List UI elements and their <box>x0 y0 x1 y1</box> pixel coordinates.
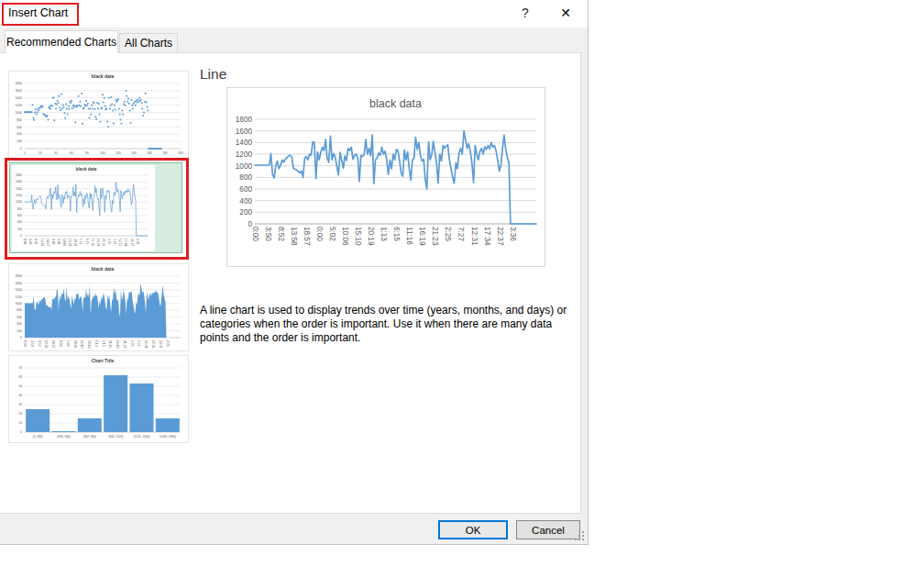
svg-text:12:31: 12:31 <box>118 239 122 246</box>
screen: Insert Chart ? ✕ Recommended Charts All … <box>0 0 924 578</box>
svg-text:black data: black data <box>369 97 422 110</box>
svg-text:600: 600 <box>16 316 22 319</box>
svg-text:3:50: 3:50 <box>28 239 32 244</box>
svg-text:1600: 1600 <box>15 282 22 285</box>
svg-text:3:50: 3:50 <box>264 227 272 241</box>
svg-text:3:36: 3:36 <box>166 340 170 347</box>
svg-text:0:00: 0:00 <box>23 239 27 244</box>
svg-text:600: 600 <box>16 126 22 129</box>
svg-text:400: 400 <box>17 220 23 224</box>
svg-text:7:27: 7:27 <box>456 227 465 241</box>
svg-text:1600: 1600 <box>15 89 22 93</box>
svg-text:17:34: 17:34 <box>483 227 491 246</box>
thumbnail-scatter-chart[interactable]: 020040060080010001200140016001800black d… <box>8 71 189 159</box>
resize-grip-icon[interactable] <box>575 531 585 541</box>
svg-text:3:36: 3:36 <box>136 239 139 244</box>
line-chart-preview: 020040060080010001200140016001800black d… <box>227 88 544 266</box>
svg-text:5:02: 5:02 <box>57 239 60 244</box>
svg-text:12:31: 12:31 <box>144 340 148 349</box>
svg-text:1:13: 1:13 <box>94 340 98 347</box>
svg-text:1400: 1400 <box>236 139 253 147</box>
ok-button[interactable]: OK <box>438 520 508 539</box>
svg-text:1800: 1800 <box>15 82 22 85</box>
svg-text:2:25: 2:25 <box>444 227 452 241</box>
svg-text:10:06: 10:06 <box>62 239 66 246</box>
svg-text:13:58: 13:58 <box>44 340 48 349</box>
svg-text:10:06: 10:06 <box>341 227 349 246</box>
svg-text:1:13: 1:13 <box>79 239 82 244</box>
svg-text:0: 0 <box>20 336 22 339</box>
svg-text:(560, 840]: (560, 840] <box>83 435 96 439</box>
svg-text:400: 400 <box>239 197 252 206</box>
svg-text:20:19: 20:19 <box>87 340 91 349</box>
svg-text:1800: 1800 <box>236 116 253 124</box>
svg-text:1400: 1400 <box>15 288 22 292</box>
area-chart-thumbnail: 020040060080010001200140016001800black d… <box>9 264 188 350</box>
annotation-title-red-box <box>2 3 79 26</box>
svg-text:100: 100 <box>100 151 105 155</box>
help-icon[interactable]: ? <box>516 4 534 22</box>
svg-text:6:15: 6:15 <box>85 239 89 244</box>
svg-text:8:52: 8:52 <box>277 227 285 241</box>
svg-text:20:19: 20:19 <box>73 239 77 246</box>
line-thumbnail-surface: 020040060080010001200140016001800black d… <box>12 165 155 251</box>
svg-text:60: 60 <box>18 375 22 379</box>
svg-text:15:10: 15:10 <box>68 239 72 246</box>
svg-text:800: 800 <box>17 207 23 211</box>
svg-text:6:15: 6:15 <box>102 340 105 347</box>
svg-text:70: 70 <box>18 366 22 370</box>
svg-text:0: 0 <box>20 234 22 238</box>
svg-text:7:27: 7:27 <box>113 239 116 244</box>
svg-text:0:00: 0:00 <box>251 227 259 241</box>
svg-text:5:02: 5:02 <box>66 340 70 347</box>
svg-text:black data: black data <box>76 167 97 172</box>
svg-text:8:52: 8:52 <box>38 340 41 347</box>
svg-text:1400: 1400 <box>15 96 22 100</box>
svg-text:50: 50 <box>18 384 22 388</box>
svg-text:21:23: 21:23 <box>123 340 126 349</box>
svg-text:20:19: 20:19 <box>367 227 375 246</box>
svg-text:18:57: 18:57 <box>46 239 50 246</box>
svg-text:16:19: 16:19 <box>418 227 426 246</box>
thumbnail-line-chart-selected[interactable]: 020040060080010001200140016001800black d… <box>9 162 182 253</box>
insert-chart-dialog: Insert Chart ? ✕ Recommended Charts All … <box>0 0 588 545</box>
chart-description: A line chart is used to display trends o… <box>200 304 568 345</box>
chart-preview: 020040060080010001200140016001800black d… <box>226 87 545 267</box>
svg-text:1200: 1200 <box>236 150 253 159</box>
svg-text:8:52: 8:52 <box>34 239 38 244</box>
svg-text:0:00: 0:00 <box>23 340 27 347</box>
svg-text:80: 80 <box>85 151 89 155</box>
histogram-chart-thumbnail: 010203040506070Chart Title[0, 280](280, … <box>9 356 188 442</box>
tab-recommended-charts[interactable]: Recommended Charts <box>5 30 118 53</box>
svg-text:200: 200 <box>16 139 22 143</box>
svg-text:180: 180 <box>162 151 168 155</box>
dialog-titlebar: Insert Chart ? ✕ <box>0 0 588 28</box>
svg-text:12:31: 12:31 <box>470 227 478 246</box>
svg-text:400: 400 <box>16 322 22 326</box>
svg-text:13:58: 13:58 <box>290 227 298 246</box>
svg-text:800: 800 <box>16 308 22 312</box>
svg-text:3:36: 3:36 <box>509 227 517 241</box>
svg-text:[0, 280]: [0, 280] <box>33 435 43 439</box>
svg-text:800: 800 <box>239 173 252 182</box>
chart-type-heading: Line <box>200 66 226 83</box>
svg-text:16:19: 16:19 <box>96 239 100 246</box>
svg-text:10: 10 <box>18 421 22 425</box>
svg-text:22:37: 22:37 <box>130 239 134 246</box>
thumbnail-area-chart[interactable]: 020040060080010001200140016001800black d… <box>8 263 189 351</box>
thumbnail-histogram-chart[interactable]: 010203040506070Chart Title[0, 280](280, … <box>8 355 189 443</box>
svg-text:600: 600 <box>239 185 252 194</box>
svg-text:600: 600 <box>17 214 23 217</box>
svg-text:6:15: 6:15 <box>392 227 401 241</box>
svg-text:21:23: 21:23 <box>102 239 105 246</box>
svg-text:15:10: 15:10 <box>80 340 83 349</box>
close-icon[interactable]: ✕ <box>553 2 578 24</box>
svg-text:20: 20 <box>38 151 42 155</box>
svg-text:1000: 1000 <box>15 302 22 306</box>
cancel-button[interactable]: Cancel <box>516 520 580 539</box>
svg-text:22:37: 22:37 <box>159 340 162 349</box>
tab-all-charts[interactable]: All Charts <box>119 33 178 53</box>
svg-text:7:27: 7:27 <box>137 340 140 347</box>
svg-text:(1400, 1680]: (1400, 1680] <box>160 435 176 439</box>
svg-text:black data: black data <box>92 73 115 79</box>
